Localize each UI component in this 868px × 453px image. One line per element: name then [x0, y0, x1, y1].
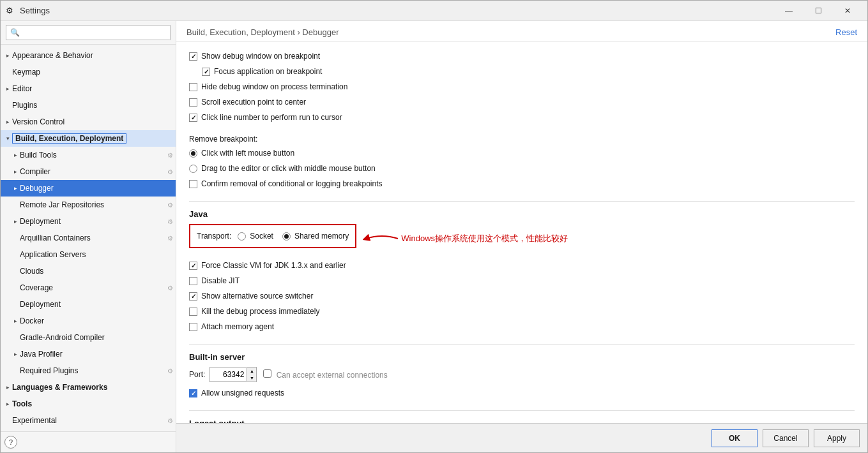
click-line-number-label: Click line number to perform run to curs…: [201, 113, 342, 122]
hide-debug-window-checkbox[interactable]: [189, 83, 197, 91]
sidebar-item-experimental[interactable]: Experimental ⚙: [1, 412, 176, 429]
search-input[interactable]: [6, 25, 171, 40]
builtin-server-title: Built-in server: [189, 352, 855, 362]
separator: [189, 201, 855, 202]
sidebar-item-label: Build, Execution, Deployment: [12, 133, 126, 144]
sidebar-item-label: Appearance & Behavior: [12, 51, 93, 60]
sidebar-item-editor[interactable]: Editor: [1, 80, 176, 97]
help-button[interactable]: ?: [4, 436, 17, 449]
tree-arrow: [11, 217, 20, 226]
show-debug-window-checkbox[interactable]: [189, 52, 197, 61]
scroll-execution-label: Scroll execution point to center: [201, 98, 306, 107]
show-alternative-checkbox[interactable]: [189, 292, 197, 301]
settings-icon: ⚙: [167, 285, 173, 292]
port-input[interactable]: [209, 368, 247, 382]
main-content: Appearance & Behavior Keymap Editor Plug…: [1, 21, 867, 452]
main-header: Build, Execution, Deployment › Debugger …: [176, 21, 867, 41]
sidebar-item-build-tools[interactable]: Build Tools ⚙: [1, 147, 176, 163]
kill-debug-checkbox[interactable]: [189, 308, 197, 316]
minimize-button[interactable]: —: [774, 1, 803, 21]
sidebar-item-label: Tools: [12, 399, 32, 408]
force-classic-vm-label: Force Classic VM for JDK 1.3.x and earli…: [201, 261, 346, 270]
tree-arrow: [3, 51, 12, 60]
sidebar-item-version-control[interactable]: Version Control: [1, 114, 176, 130]
sidebar-item-deployment2[interactable]: Deployment: [1, 296, 176, 313]
sidebar-item-appearance[interactable]: Appearance & Behavior: [1, 47, 176, 64]
shared-memory-radio[interactable]: [282, 232, 291, 241]
tree-arrow: [11, 316, 20, 325]
ok-button[interactable]: OK: [712, 429, 758, 447]
java-section-title: Java: [189, 209, 855, 219]
port-decrement[interactable]: ▼: [247, 375, 256, 382]
sidebar-item-gradle-android[interactable]: Gradle-Android Compiler: [1, 329, 176, 346]
sidebar-item-compiler[interactable]: Compiler ⚙: [1, 163, 176, 180]
click-left-radio[interactable]: [189, 149, 197, 158]
sidebar-item-java-profiler[interactable]: Java Profiler: [1, 346, 176, 362]
sidebar-item-debugger[interactable]: Debugger: [1, 180, 176, 197]
port-increment[interactable]: ▲: [247, 368, 256, 375]
sidebar-item-keymap[interactable]: Keymap: [1, 64, 176, 80]
sidebar-item-label: Plugins: [12, 101, 37, 110]
sidebar-item-clouds[interactable]: Clouds: [1, 263, 176, 279]
socket-label: Socket: [250, 232, 273, 241]
sidebar-item-app-servers[interactable]: Application Servers: [1, 246, 176, 263]
sidebar-item-plugins[interactable]: Plugins: [1, 97, 176, 114]
show-alternative-row: Show alternative source switcher: [189, 289, 855, 303]
settings-icon: ⚙: [167, 218, 173, 225]
sidebar-bottom: ?: [1, 431, 176, 452]
scroll-execution-checkbox[interactable]: [189, 98, 197, 107]
port-row: Port: ▲ ▼ Can accept external connection…: [189, 367, 855, 382]
logcat-title: Logcat output: [189, 419, 855, 423]
hide-debug-window-row: Hide debug window on process termination: [189, 80, 855, 94]
sidebar-tree: Appearance & Behavior Keymap Editor Plug…: [1, 45, 176, 431]
allow-unsigned-checkbox[interactable]: [189, 389, 197, 397]
reset-link[interactable]: Reset: [835, 27, 857, 37]
app-icon: ⚙: [6, 6, 16, 16]
attach-memory-label: Attach memory agent: [201, 322, 274, 331]
sidebar-item-label: Debugger: [20, 184, 54, 193]
confirm-removal-row: Confirm removal of conditional or loggin…: [189, 177, 855, 191]
click-line-number-checkbox[interactable]: [189, 114, 197, 122]
focus-application-checkbox[interactable]: [202, 68, 210, 76]
settings-icon: ⚙: [167, 417, 173, 424]
shared-memory-option: Shared memory: [282, 229, 349, 243]
sidebar-item-languages[interactable]: Languages & Frameworks: [1, 379, 176, 396]
disable-jit-checkbox[interactable]: [189, 277, 197, 285]
java-section: Java Transport: Socket: [189, 209, 855, 334]
confirm-removal-checkbox[interactable]: [189, 180, 197, 188]
sidebar-item-remote-jar[interactable]: Remote Jar Repositories ⚙: [1, 197, 176, 213]
attach-memory-row: Attach memory agent: [189, 320, 855, 334]
logcat-section: Logcat output Show application logcat me…: [189, 419, 855, 423]
title-bar: ⚙ Settings — ☐ ✕: [1, 1, 867, 21]
settings-window: ⚙ Settings — ☐ ✕ Appearance & Behavior: [0, 0, 868, 453]
tree-arrow: [3, 399, 12, 408]
shared-memory-label: Shared memory: [294, 232, 349, 241]
apply-button[interactable]: Apply: [814, 429, 860, 447]
force-classic-vm-checkbox[interactable]: [189, 262, 197, 270]
close-button[interactable]: ✕: [833, 1, 862, 21]
sidebar-item-arquillian[interactable]: Arquillian Containers ⚙: [1, 230, 176, 246]
drag-to-editor-label: Drag to the editor or click with middle …: [201, 164, 376, 173]
show-alternative-label: Show alternative source switcher: [201, 292, 313, 301]
sidebar-item-coverage[interactable]: Coverage ⚙: [1, 279, 176, 296]
cancel-button[interactable]: Cancel: [763, 429, 809, 447]
sidebar-item-tools[interactable]: Tools: [1, 396, 176, 412]
socket-radio[interactable]: [238, 232, 246, 241]
sidebar-item-build-execution[interactable]: Build, Execution, Deployment: [1, 130, 176, 147]
main-body: Show debug window on breakpoint Focus ap…: [176, 41, 867, 423]
can-accept-checkbox[interactable]: [263, 369, 271, 378]
sidebar-item-deployment[interactable]: Deployment ⚙: [1, 213, 176, 230]
sidebar-item-docker[interactable]: Docker: [1, 313, 176, 329]
disable-jit-row: Disable JIT: [189, 274, 855, 288]
tree-arrow: [11, 167, 20, 176]
maximize-button[interactable]: ☐: [803, 1, 833, 21]
window-title: Settings: [20, 6, 774, 15]
focus-application-label: Focus application on breakpoint: [214, 67, 322, 76]
drag-to-editor-radio[interactable]: [189, 165, 197, 173]
sidebar-item-required-plugins[interactable]: Required Plugins ⚙: [1, 362, 176, 379]
sidebar: Appearance & Behavior Keymap Editor Plug…: [1, 21, 176, 452]
socket-option: Socket: [238, 229, 273, 243]
separator3: [189, 410, 855, 411]
attach-memory-checkbox[interactable]: [189, 323, 197, 331]
remove-breakpoint-title: Remove breakpoint:: [189, 135, 855, 144]
